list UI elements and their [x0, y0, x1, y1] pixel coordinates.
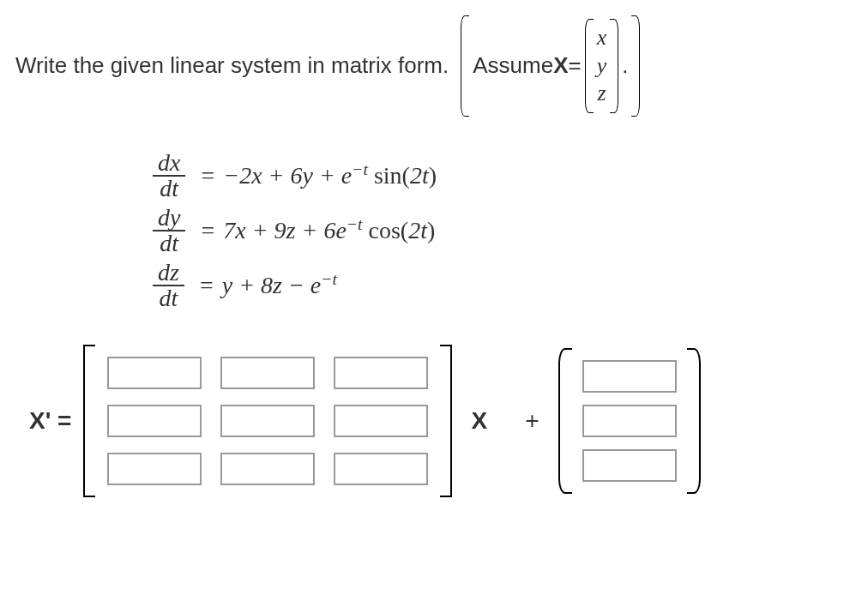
matrix-input-1-3[interactable]	[334, 357, 428, 389]
matrix-input-3-1[interactable]	[107, 453, 202, 485]
matrix-input-3-2[interactable]	[220, 453, 315, 485]
rhs-1: −2x + 6y + e−t sin(2t)	[223, 160, 437, 189]
assume-vector: x y z	[594, 19, 611, 113]
x-symbol: X	[471, 407, 487, 435]
equation-row-3: dz dt = y + 8z − e−t	[153, 261, 853, 310]
vector-input-3[interactable]	[582, 449, 677, 482]
vector-input-2[interactable]	[582, 405, 677, 437]
question-text: Write the given linear system in matrix …	[15, 52, 449, 79]
x-prime-label: X' =	[29, 407, 71, 435]
paren-right-inner	[610, 19, 618, 113]
matrix-input-2-3[interactable]	[334, 405, 428, 437]
x-bold-symbol: X	[553, 52, 568, 79]
equation-row-1: dx dt = −2x + 6y + e−t sin(2t)	[153, 151, 853, 201]
matrix-input-1-2[interactable]	[220, 357, 315, 389]
equation-row-2: dy dt = 7x + 9z + 6e−t cos(2t)	[153, 206, 853, 255]
matrix-input-2-2[interactable]	[220, 405, 315, 437]
paren-left-icon	[558, 348, 572, 494]
matrix-input-3-3[interactable]	[334, 453, 428, 485]
fraction-dz-dt: dz dt	[153, 261, 184, 310]
answer-line: X' = X +	[15, 345, 853, 497]
paren-left-outer	[461, 15, 469, 117]
vec-x: x	[597, 24, 607, 52]
fraction-dx-dt: dx dt	[153, 151, 185, 201]
question-line: Write the given linear system in matrix …	[15, 15, 853, 117]
equals-text: =	[569, 52, 582, 79]
bracket-left-icon	[83, 345, 95, 497]
rhs-3: y + 8z − e−t	[222, 270, 337, 299]
matrix-input-1-1[interactable]	[107, 357, 202, 389]
vec-z: z	[597, 80, 606, 108]
vector-input-1[interactable]	[582, 360, 677, 393]
plus-symbol: +	[525, 407, 539, 435]
equals-sign: =	[201, 162, 214, 189]
vec-y: y	[597, 52, 607, 81]
bracket-right-icon	[440, 345, 452, 497]
equals-sign: =	[201, 217, 214, 244]
matrix-input-2-1[interactable]	[107, 405, 202, 437]
coefficient-matrix	[83, 345, 452, 497]
period-text: .	[622, 52, 628, 79]
rhs-2: 7x + 9z + 6e−t cos(2t)	[223, 215, 435, 244]
assume-text: Assume	[473, 52, 553, 79]
paren-right-icon	[687, 348, 701, 494]
paren-right-outer	[631, 15, 640, 117]
equals-sign: =	[200, 272, 214, 299]
equations-block: dx dt = −2x + 6y + e−t sin(2t) dy dt = 7…	[153, 151, 853, 310]
assume-paren-inner: x y z	[585, 19, 619, 113]
assume-paren-outer: Assume X = x y z .	[461, 15, 640, 117]
paren-left-inner	[585, 19, 594, 113]
fraction-dy-dt: dy dt	[153, 206, 185, 255]
forcing-vector	[558, 348, 701, 494]
